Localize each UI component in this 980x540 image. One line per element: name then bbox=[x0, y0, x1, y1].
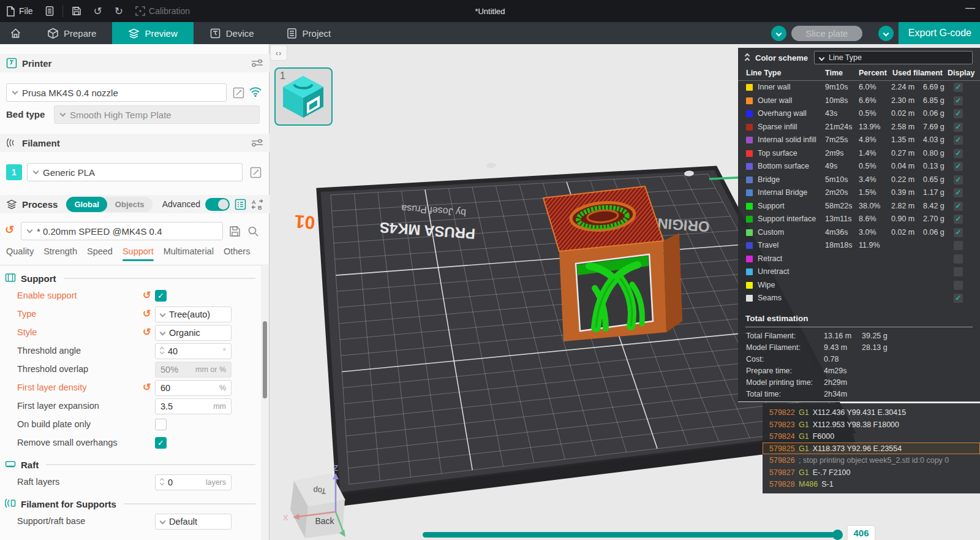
display-checkbox[interactable]: ✓ bbox=[954, 123, 963, 132]
moves-slider-handle[interactable] bbox=[832, 530, 843, 540]
setting-checkbox[interactable]: ✓ bbox=[155, 437, 167, 449]
project-doc-icon bbox=[286, 28, 298, 39]
bed-type-select[interactable]: Smooth High Temp Plate bbox=[54, 105, 260, 124]
tune-icon[interactable] bbox=[251, 58, 263, 69]
moves-slider-track[interactable] bbox=[423, 532, 838, 538]
settings-scrollbar[interactable] bbox=[261, 266, 269, 540]
display-checkbox[interactable] bbox=[954, 241, 963, 250]
display-checkbox[interactable]: ✓ bbox=[954, 202, 963, 211]
gcode-line[interactable]: 579825G1X118.373 Y92.96 E.23554 bbox=[763, 443, 980, 455]
undo-icon[interactable]: ↺ bbox=[143, 289, 151, 301]
display-checkbox[interactable] bbox=[954, 254, 963, 264]
tab-prepare[interactable]: Prepare bbox=[31, 22, 112, 44]
tab-preview[interactable]: Preview bbox=[112, 22, 193, 44]
tune-icon[interactable] bbox=[251, 137, 263, 148]
setting-input[interactable]: 3.5mm bbox=[155, 398, 232, 414]
gcode-line[interactable]: 579826; stop printing object week5_2.stl… bbox=[763, 454, 980, 466]
file-menu[interactable]: File bbox=[0, 0, 39, 22]
preset-search-button[interactable] bbox=[246, 224, 260, 238]
process-tab-quality[interactable]: Quality bbox=[6, 246, 34, 261]
filament-section-title: Filament bbox=[22, 138, 60, 148]
filament-edit-button[interactable] bbox=[249, 165, 262, 179]
segment-objects[interactable]: Objects bbox=[107, 197, 153, 212]
process-tab-strength[interactable]: Strength bbox=[43, 246, 77, 261]
display-checkbox[interactable]: ✓ bbox=[954, 109, 963, 118]
spinner-arrows-icon[interactable] bbox=[160, 349, 164, 354]
preset-undo-icon[interactable]: ↺ bbox=[5, 223, 14, 237]
setting-input[interactable]: 40° bbox=[155, 343, 232, 359]
printer-preset-select[interactable]: Prusa MK4S 0.4 nozzle bbox=[6, 83, 227, 102]
export-options-dropdown[interactable] bbox=[878, 26, 894, 41]
display-checkbox[interactable] bbox=[954, 267, 963, 276]
display-checkbox[interactable]: ✓ bbox=[954, 188, 963, 197]
gcode-line[interactable]: 579824G1F6000 bbox=[763, 430, 980, 443]
process-tab-multimaterial[interactable]: Multimaterial bbox=[164, 246, 214, 261]
tab-project[interactable]: Project bbox=[270, 22, 347, 44]
setting-checkbox[interactable]: ✓ bbox=[155, 290, 167, 302]
gcode-line[interactable]: 579823G1X112.953 Y98.38 F18000 bbox=[763, 419, 980, 431]
gcode-args: X118.373 Y92.96 E.23554 bbox=[813, 444, 902, 453]
filament-slot-badge[interactable]: 1 bbox=[6, 164, 22, 180]
process-tab-speed[interactable]: Speed bbox=[87, 246, 113, 261]
view-mode-select[interactable]: Line Type bbox=[814, 51, 973, 64]
save-icon bbox=[72, 6, 81, 16]
process-preset-select[interactable]: * 0.20mm SPEED @MK4S 0.4 bbox=[21, 222, 223, 240]
display-checkbox[interactable]: ✓ bbox=[954, 162, 963, 171]
undo-icon[interactable]: ↺ bbox=[143, 308, 151, 319]
setting-select[interactable]: Tree(auto) bbox=[155, 306, 232, 322]
export-gcode-button[interactable]: Export G-code bbox=[899, 22, 980, 44]
compare-ab-icon[interactable]: AB bbox=[251, 199, 263, 210]
setting-select[interactable]: Organic bbox=[155, 325, 232, 341]
display-checkbox[interactable]: ✓ bbox=[954, 83, 963, 92]
redo-button[interactable]: ↻ bbox=[108, 0, 129, 22]
advanced-toggle[interactable] bbox=[205, 198, 230, 211]
display-checkbox[interactable]: ✓ bbox=[954, 149, 963, 158]
display-checkbox[interactable]: ✓ bbox=[954, 175, 963, 184]
spinner-arrows-icon[interactable] bbox=[160, 480, 164, 485]
setting-checkbox[interactable] bbox=[155, 419, 167, 430]
scrollbar-thumb[interactable] bbox=[263, 321, 267, 398]
setting-select[interactable]: Default bbox=[155, 514, 232, 530]
line-type-name: Internal solid infill bbox=[758, 135, 816, 144]
gcode-line[interactable]: 579828M486S-1 bbox=[763, 478, 980, 490]
undo-icon[interactable]: ↺ bbox=[143, 381, 151, 393]
plate-thumbnail[interactable]: 1 bbox=[274, 67, 333, 126]
undo-button[interactable]: ↺ bbox=[88, 0, 108, 22]
filament-preset-select[interactable]: Generic PLA bbox=[27, 163, 243, 181]
printer-edit-button[interactable] bbox=[232, 86, 245, 99]
display-checkbox[interactable]: ✓ bbox=[954, 135, 963, 145]
display-checkbox[interactable]: ✓ bbox=[954, 294, 963, 303]
setting-label: First layer density bbox=[17, 382, 87, 392]
line-color-swatch bbox=[746, 203, 753, 210]
setting-input[interactable]: 0layers bbox=[155, 474, 232, 490]
setting-input[interactable]: 60% bbox=[155, 380, 232, 396]
process-tab-support[interactable]: Support bbox=[123, 246, 154, 261]
collapse-sidebar-button[interactable]: ‹› bbox=[270, 45, 287, 61]
display-checkbox[interactable]: ✓ bbox=[954, 228, 963, 237]
segment-global[interactable]: Global bbox=[66, 197, 107, 212]
gcode-line[interactable]: 579827G1E-.7 F2100 bbox=[763, 466, 980, 479]
minimize-button[interactable]: — bbox=[965, 2, 975, 13]
parameter-list-icon[interactable] bbox=[235, 199, 246, 210]
display-checkbox[interactable]: ✓ bbox=[954, 96, 963, 105]
display-checkbox[interactable] bbox=[954, 281, 963, 290]
slice-options-dropdown[interactable] bbox=[771, 26, 786, 41]
calibration-button[interactable]: Calibration bbox=[129, 0, 196, 22]
display-checkbox[interactable]: ✓ bbox=[954, 215, 963, 224]
line-type-row: Sparse infill21m24s13.9%2.58 m7.69 g✓ bbox=[738, 121, 980, 134]
total-label: Total Filament: bbox=[746, 332, 796, 340]
nav-cube[interactable]: Top Back Z X bbox=[283, 463, 345, 538]
printer-connection-button[interactable] bbox=[249, 85, 262, 98]
setting-input[interactable]: 50%mm or % bbox=[155, 362, 232, 378]
tab-device[interactable]: Device bbox=[194, 22, 270, 44]
preset-save-button[interactable] bbox=[228, 224, 241, 238]
home-button[interactable] bbox=[0, 22, 31, 44]
undo-icon[interactable]: ↺ bbox=[143, 326, 151, 338]
save-button[interactable] bbox=[66, 0, 88, 22]
slice-plate-button[interactable]: Slice plate bbox=[791, 26, 862, 41]
notes-button[interactable] bbox=[39, 0, 60, 22]
process-tab-others[interactable]: Others bbox=[224, 246, 251, 261]
gcode-line[interactable]: 579822G1X112.436 Y99.431 E.30415 bbox=[763, 406, 980, 419]
gcode-viewer[interactable]: 579822G1X112.436 Y99.431 E.30415579823G1… bbox=[763, 403, 980, 493]
collapse-panel-button[interactable] bbox=[745, 54, 749, 62]
